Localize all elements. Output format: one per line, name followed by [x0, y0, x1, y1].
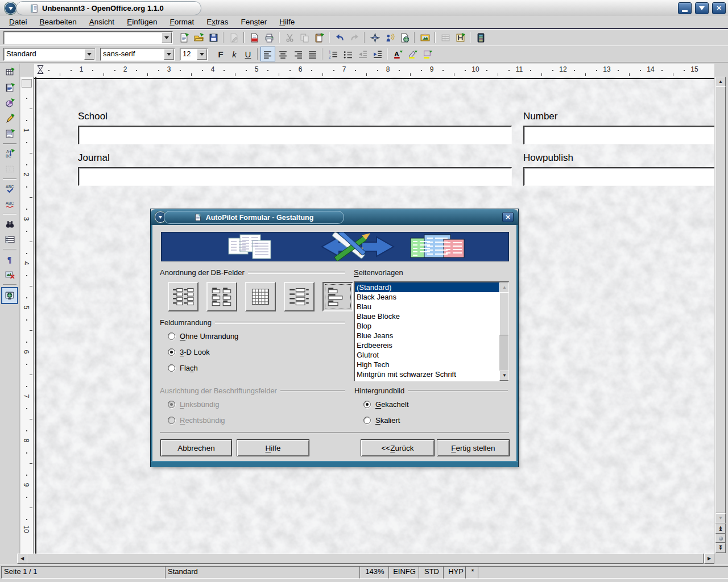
zoom-indicator[interactable]: 143% [359, 566, 390, 579]
font-size-combobox[interactable]: 12 [180, 48, 208, 61]
next-page-button[interactable]: ▼▼ [715, 543, 726, 553]
paste-button[interactable] [312, 30, 326, 45]
form-field-input-howpublish[interactable] [523, 167, 714, 186]
radio-flach[interactable]: Flach [168, 364, 198, 372]
save-button[interactable] [206, 30, 221, 45]
menu-fenster[interactable]: Fenster [235, 17, 273, 27]
font-color-button[interactable]: A [390, 47, 405, 61]
dialog-titlebar[interactable]: AutoPilot Formular - Gestaltung ✕ [151, 209, 518, 225]
url-combobox[interactable] [3, 31, 173, 44]
selection-mode-indicator[interactable]: STD [419, 566, 445, 579]
open-button[interactable] [191, 30, 206, 45]
back-button[interactable]: << Zurück [361, 439, 435, 456]
data-sources-button[interactable] [438, 30, 453, 45]
margin-marker[interactable] [22, 79, 32, 88]
menu-ansicht[interactable]: Ansicht [84, 17, 120, 27]
menu-einf-gen[interactable]: Einfügen [121, 17, 163, 27]
insert-table-button[interactable] [2, 65, 17, 80]
vertical-ruler[interactable]: 12345678910 [20, 77, 34, 554]
text-frame-button[interactable]: T [2, 161, 17, 176]
page-style-item[interactable]: Blue Jeans [355, 331, 499, 340]
list-scroll-up-button[interactable]: ▲ [499, 282, 509, 293]
edit-html-button[interactable] [397, 30, 412, 45]
minimize-button[interactable] [678, 2, 692, 14]
radio-3-d-look[interactable]: 3-D Look [168, 348, 210, 356]
undo-button[interactable] [332, 30, 347, 45]
data-sources-view-button[interactable] [2, 232, 17, 247]
menu-bearbeiten[interactable]: Bearbeiten [34, 17, 82, 27]
align-right-button[interactable] [290, 47, 305, 61]
redo-button[interactable] [347, 30, 362, 45]
graphics-onoff-button[interactable] [2, 267, 17, 282]
form-field-input-journal[interactable] [78, 167, 512, 186]
insert-database-columns-button[interactable] [473, 30, 488, 45]
numbered-list-button[interactable]: 12 [325, 47, 340, 61]
align-center-button[interactable] [275, 47, 290, 61]
list-scroll-down-button[interactable]: ▼ [499, 371, 509, 381]
list-scrollbar[interactable]: ▲ ▼ [499, 282, 508, 381]
menu-hilfe[interactable]: Hilfe [274, 17, 300, 27]
close-button[interactable]: ✕ [712, 2, 726, 14]
cut-button[interactable] [282, 30, 297, 45]
insert-object-button[interactable] [2, 95, 17, 110]
page-style-item[interactable]: Mintgrün mit schwarzer Schrift [355, 369, 499, 379]
page-style-item[interactable]: Blop [355, 321, 499, 331]
scroll-left-button[interactable]: ◀ [17, 554, 27, 564]
gallery-button[interactable] [417, 30, 432, 45]
status-empty-cell[interactable] [478, 566, 728, 579]
horizontal-scrollbar-thumb[interactable] [27, 554, 704, 564]
bold-button[interactable]: F [214, 47, 228, 61]
arrangement-single-column-labels-left-button[interactable] [284, 282, 315, 311]
find-replace-button[interactable] [2, 217, 17, 231]
menu-extras[interactable]: Extras [201, 17, 234, 27]
justify-button[interactable] [305, 47, 320, 61]
page-style-item[interactable]: High Tech [355, 360, 499, 369]
arrangement-as-table-button[interactable] [245, 282, 276, 311]
increase-indent-button[interactable] [370, 47, 384, 61]
window-title-tab[interactable]: Unbenannt3 - OpenOffice.org 1.1.0 [16, 1, 201, 15]
page-style-item[interactable]: Erdbeereis [355, 340, 499, 350]
hyperlink-dialog-button[interactable] [382, 30, 397, 45]
insert-mode-indicator[interactable]: EINFG [388, 566, 420, 579]
align-left-button[interactable] [260, 47, 275, 61]
window-menu-button[interactable] [5, 2, 16, 14]
style-dropdown-button[interactable] [84, 49, 94, 60]
list-scrollbar-thumb[interactable] [499, 292, 509, 335]
scroll-down-button[interactable]: ▼ [715, 513, 726, 523]
highlighting-button[interactable] [405, 47, 420, 61]
form-field-input-number[interactable] [523, 126, 714, 144]
cancel-button[interactable]: Abbrechen [160, 439, 232, 456]
insert-section-button[interactable] [2, 80, 17, 95]
tab-type-selector-icon[interactable] [36, 64, 45, 75]
menu-datei[interactable]: Datei [3, 17, 33, 27]
vertical-scrollbar-thumb[interactable] [715, 86, 726, 513]
scroll-right-button[interactable]: ▶ [704, 554, 714, 564]
decrease-indent-button[interactable] [355, 47, 370, 61]
page-style-item[interactable]: Glutrot [355, 350, 499, 360]
radio-skaliert[interactable]: Skaliert [363, 416, 400, 425]
insert-fields-button[interactable]: ABC [2, 146, 17, 161]
page-style-item[interactable]: Black Jeans [355, 292, 499, 302]
finish-button[interactable]: Fertig stellen [437, 439, 510, 456]
page-style-indicator[interactable]: Standard [165, 566, 360, 579]
navigator-frame-button[interactable] [453, 30, 468, 45]
url-dropdown-button[interactable] [162, 32, 172, 43]
scroll-up-button[interactable]: ▲ [715, 77, 726, 87]
print-file-button[interactable] [262, 30, 276, 45]
paragraph-style-combobox[interactable]: Standard [3, 48, 96, 61]
previous-page-button[interactable]: ▲▲ [715, 523, 726, 534]
arrangement-columns-labels-above-button[interactable] [206, 282, 237, 311]
spellcheck-button[interactable]: ABC [2, 181, 17, 196]
dialog-close-button[interactable]: ✕ [502, 212, 514, 222]
underline-button[interactable]: U [241, 47, 255, 61]
nonprinting-characters-button[interactable]: ¶ [2, 252, 17, 267]
navigator-compass-button[interactable] [367, 30, 382, 45]
size-dropdown-button[interactable] [197, 49, 207, 60]
radio-ohne-umrandung[interactable]: Ohne Umrandung [168, 332, 238, 340]
arrangement-single-column-labels-above-button[interactable] [322, 282, 353, 311]
page-style-item[interactable]: (Standard) [355, 282, 499, 292]
navigation-button[interactable] [715, 534, 726, 543]
edit-file-button[interactable] [226, 30, 241, 45]
draw-functions-button[interactable] [2, 111, 17, 126]
shade-button[interactable] [695, 2, 709, 14]
